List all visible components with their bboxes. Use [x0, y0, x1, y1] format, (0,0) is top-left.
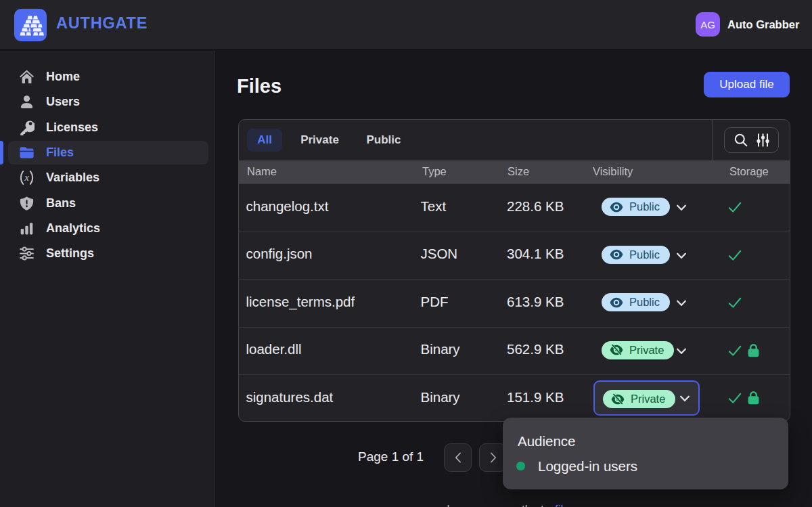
svg-text:x: x: [24, 172, 29, 183]
